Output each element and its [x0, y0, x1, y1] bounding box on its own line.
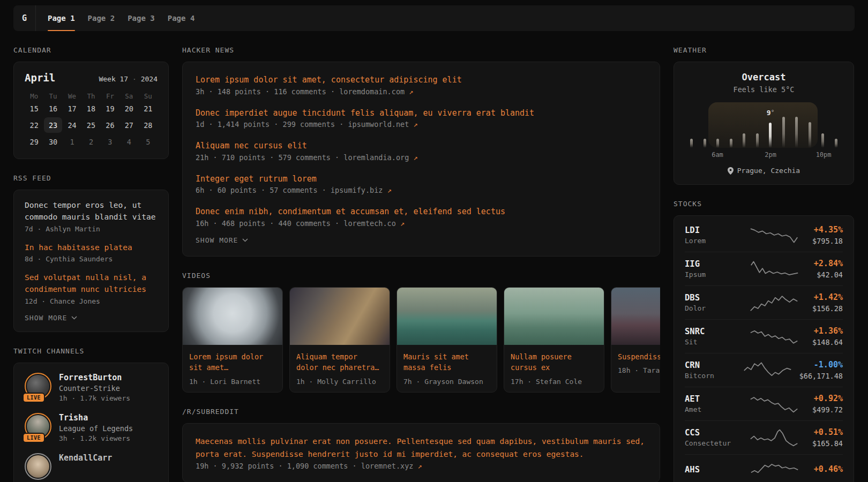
rss-item-meta: 12d · Chance Jones [25, 297, 158, 305]
hackernews-item-domain[interactable]: loremlandia.org [343, 153, 409, 162]
twitch-channel-name[interactable]: Trisha [59, 413, 133, 423]
video-thumbnail[interactable] [504, 288, 604, 345]
calendar-day: 5 [139, 133, 158, 150]
video-thumbnail[interactable] [611, 288, 660, 345]
stock-symbol: CCS [685, 428, 736, 438]
rss-item-meta: 7d · Ashlyn Martin [25, 225, 158, 233]
hackernews-show-more-button[interactable]: SHOW MORE [196, 236, 647, 244]
page-tab-label: Page 3 [128, 14, 155, 22]
page-tab[interactable]: Page 3 [121, 5, 161, 31]
twitch-channel-meta: 3h · 1.2k viewers [59, 434, 133, 442]
hackernews-item-title[interactable]: Lorem ipsum dolor sit amet, consectetur … [196, 74, 647, 86]
video-thumbnail[interactable] [397, 288, 497, 345]
external-link-icon: ↗ [413, 153, 417, 162]
twitch-channel-name[interactable]: ForrestBurton [59, 373, 130, 382]
weather-hour-bar [756, 133, 759, 148]
twitch-channel-meta: 1h · 1.7k viewers [59, 394, 130, 402]
calendar-day: 19 [101, 100, 119, 117]
hackernews-item-title[interactable]: Aliquam nec cursus elit [196, 140, 647, 152]
twitch-channel-row[interactable]: LIVE ForrestBurton Counter-Strike 1h · 1… [25, 373, 158, 402]
video-card[interactable]: Suspendisse diam 18h · Tara [611, 287, 660, 393]
calendar-day-grid: 15 16 17 18 19 20 21 22 23 24 25 26 27 2… [25, 100, 158, 150]
live-badge: LIVE [23, 393, 45, 403]
rss-item-title[interactable]: Donec tempor eros leo, ut commodo mauris… [25, 200, 158, 223]
stock-row[interactable]: IIG Ipsum +2.84% $42.04 [685, 252, 843, 285]
stock-change-percent: +4.35% [812, 225, 843, 235]
rss-item-title[interactable]: In hac habitasse platea [25, 242, 158, 254]
chevron-down-icon [71, 316, 77, 320]
stock-row[interactable]: AHS +0.46% [685, 454, 843, 482]
video-title[interactable]: Suspendisse diam [618, 351, 660, 363]
video-card[interactable]: Aliquam tempor dolor nec pharetra… 1h · … [289, 287, 390, 393]
weather-hour-bar [782, 117, 785, 148]
hackernews-item-meta: 6h · 60 points · 57 comments · ipsumify.… [196, 186, 647, 194]
stock-row[interactable]: DBS Dolor +1.42% $156.28 [685, 285, 843, 319]
avatar [25, 453, 51, 480]
video-card[interactable]: Nullam posuere cursus ex 17h · Stefan Co… [504, 287, 604, 393]
calendar-day: 1 [63, 133, 81, 150]
stock-row[interactable]: AET Amet +0.92% $499.72 [685, 387, 843, 420]
hackernews-item-domain[interactable]: ipsumworld.net [348, 120, 409, 129]
page-tab-label: Page 1 [48, 14, 75, 22]
hackernews-item-domain[interactable]: ipsumify.biz [331, 186, 383, 194]
dashboard-page: G Page 1 Page 2 Page 3 Page 4 CALENDAR A… [0, 0, 868, 482]
stock-sparkline-chart [750, 461, 799, 479]
stock-row[interactable]: LDI Lorem +4.35% $795.18 [685, 219, 843, 252]
twitch-channel-info: KendallCarr [59, 453, 112, 480]
app-logo[interactable]: G [13, 5, 36, 31]
calendar-day: 27 [119, 117, 138, 133]
stock-symbol: AET [685, 394, 736, 404]
video-title[interactable]: Aliquam tempor dolor nec pharetra… [296, 351, 383, 374]
stocks-card: LDI Lorem +4.35% $795.18 IIG Ipsum +2.84… [674, 215, 854, 482]
calendar-day-number: 22 [25, 117, 43, 133]
stock-id: CRN Bitcorn [685, 360, 736, 380]
hackernews-item-title[interactable]: Donec imperdiet augue tincidunt felis al… [196, 107, 647, 119]
weather-hour-bar [795, 117, 798, 148]
hackernews-item-title[interactable]: Donec enim nibh, condimentum et accumsan… [196, 206, 647, 218]
rss-item-meta: 8d · Cynthia Saunders [25, 255, 158, 263]
subreddit-post: Maecenas mollis pulvinar erat non posuer… [196, 435, 647, 470]
video-meta: 7h · Grayson Dawson [403, 378, 490, 386]
video-title[interactable]: Lorem ipsum dolor sit amet consectetu… [189, 351, 276, 374]
calendar-day-number: 28 [139, 117, 157, 133]
video-title[interactable]: Mauris sit amet massa felis [403, 351, 490, 374]
rss-item-title[interactable]: Sed volutpat nulla nisl, a condimentum n… [25, 272, 158, 296]
twitch-channel-name[interactable]: KendallCarr [59, 453, 112, 463]
calendar-day-number: 23 [44, 117, 62, 133]
video-thumbnail[interactable] [183, 288, 282, 345]
twitch-channel-row[interactable]: LIVE Trisha League of Legends 3h · 1.2k … [25, 413, 158, 442]
stock-list: LDI Lorem +4.35% $795.18 IIG Ipsum +2.84… [685, 219, 843, 482]
subreddit-widget: /R/SUBREDDIT Maecenas mollis pulvinar er… [182, 408, 660, 482]
calendar-day-number: 3 [101, 134, 119, 149]
calendar-day-number: 2 [82, 134, 100, 149]
page-tab[interactable]: Page 2 [81, 5, 122, 31]
hackernews-item-domain[interactable]: loremdomain.com [339, 87, 405, 96]
hackernews-item-domain[interactable]: loremtech.co [343, 219, 396, 228]
video-card[interactable]: Lorem ipsum dolor sit amet consectetu… 1… [182, 287, 283, 393]
rss-show-more-button[interactable]: SHOW MORE [25, 314, 158, 322]
stock-row[interactable]: SNRC Sit +1.36% $148.64 [685, 319, 843, 353]
stock-sparkline-chart [750, 327, 799, 345]
stock-name: Lorem [685, 237, 736, 245]
video-card[interactable]: Mauris sit amet massa felis 7h · Grayson… [396, 287, 497, 393]
twitch-channel-row[interactable]: KendallCarr [25, 453, 158, 480]
video-title[interactable]: Nullam posuere cursus ex [511, 351, 597, 374]
external-link-icon: ↗ [418, 462, 422, 470]
weekday-label: Su [139, 92, 158, 100]
page-tab[interactable]: Page 4 [161, 5, 201, 31]
page-tab[interactable]: Page 1 [41, 5, 81, 31]
hackernews-item-title[interactable]: Integer eget rutrum lorem [196, 173, 647, 185]
subreddit-post-domain[interactable]: loremnet.xyz [361, 462, 414, 470]
video-thumbnail[interactable] [290, 288, 390, 345]
weather-hour-bar [821, 133, 824, 148]
stock-price: $148.64 [812, 338, 843, 347]
hackernews-item-stats: 6h · 60 points · 57 comments · [196, 186, 331, 194]
live-badge: LIVE [23, 433, 45, 443]
stock-row[interactable]: CRN Bitcorn -1.00% $66,171.48 [685, 353, 843, 387]
stock-symbol: LDI [685, 225, 736, 235]
subreddit-post-stats: 19h · 9,932 points · 1,090 comments · [196, 462, 361, 470]
stock-row[interactable]: CCS Consectetur +0.51% $165.84 [685, 420, 843, 454]
subreddit-post-title[interactable]: Maecenas mollis pulvinar erat non posuer… [196, 435, 647, 460]
right-column: WEATHER Overcast Feels like 5°C 9° 6am2p… [674, 46, 854, 482]
stock-change-percent: +1.42% [812, 292, 843, 302]
